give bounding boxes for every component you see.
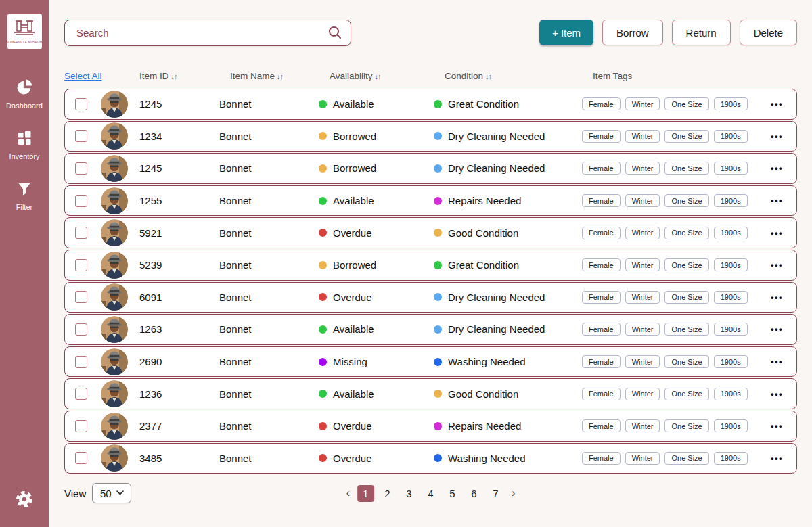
availability-dot [319, 261, 327, 269]
sidebar-item-filter[interactable]: Filter [0, 179, 49, 211]
item-tag: Winter [625, 194, 660, 207]
condition-cell: Good Condition [434, 388, 582, 400]
page-button-5[interactable]: 5 [444, 485, 461, 502]
row-checkbox[interactable] [75, 356, 87, 368]
condition-label: Great Condition [448, 98, 519, 110]
add-item-button[interactable]: + Item [539, 20, 593, 45]
row-menu-button[interactable]: ••• [757, 453, 796, 463]
condition-cell: Repairs Needed [434, 195, 582, 206]
condition-label: Repairs Needed [448, 420, 521, 432]
item-id: 1263 [128, 323, 219, 335]
row-menu-button[interactable]: ••• [757, 421, 796, 431]
row-checkbox[interactable] [75, 323, 87, 336]
condition-dot [434, 358, 442, 366]
condition-label: Dry Cleaning Needed [448, 292, 545, 303]
page-button-4[interactable]: 4 [422, 485, 439, 502]
row-menu-button[interactable]: ••• [757, 99, 796, 109]
app-logo[interactable]: SOMERVILLE MUSEUM [7, 14, 42, 49]
sidebar-item-label: Inventory [9, 152, 39, 160]
condition-dot [434, 132, 442, 140]
row-checkbox[interactable] [75, 162, 87, 175]
row-menu-button[interactable]: ••• [757, 196, 796, 206]
item-id: 5921 [128, 227, 219, 239]
sidebar-item-dashboard[interactable]: Dashboard [0, 77, 49, 110]
condition-dot [434, 197, 442, 205]
row-menu-button[interactable]: ••• [757, 131, 796, 141]
delete-button[interactable]: Delete [740, 20, 797, 45]
condition-dot [434, 164, 442, 173]
item-tag: Female [582, 130, 621, 143]
availability-cell: Missing [319, 356, 434, 367]
availability-dot [319, 164, 327, 173]
page-button-1[interactable]: 1 [357, 485, 374, 502]
column-header-availability[interactable]: Availability↓↑ [330, 71, 445, 81]
page-size-select[interactable]: 50 [92, 483, 131, 503]
item-avatar [101, 413, 128, 440]
table-row: 1245 Bonnet Available Great Condition Fe… [64, 89, 797, 120]
view-label: View [64, 488, 86, 499]
search-icon[interactable] [328, 25, 342, 43]
availability-cell: Overdue [319, 227, 434, 239]
page-button-2[interactable]: 2 [379, 485, 396, 502]
availability-cell: Overdue [319, 420, 434, 432]
row-menu-button[interactable]: ••• [757, 324, 796, 334]
toolbar: + Item Borrow Return Delete [64, 20, 797, 46]
row-checkbox[interactable] [75, 130, 87, 142]
row-checkbox[interactable] [75, 98, 87, 110]
condition-dot [434, 422, 442, 430]
prev-page-button[interactable]: ‹ [344, 487, 353, 499]
availability-label: Borrowed [333, 162, 376, 174]
item-tag: Female [582, 452, 621, 465]
museum-building-icon [13, 20, 36, 40]
footer: View 50 ‹ 1234567 › [64, 482, 797, 505]
row-checkbox[interactable] [75, 227, 87, 239]
table-row: 1234 Bonnet Borrowed Dry Cleaning Needed… [64, 121, 797, 152]
next-page-button[interactable]: › [509, 487, 518, 499]
row-menu-button[interactable]: ••• [757, 228, 796, 238]
page-button-6[interactable]: 6 [466, 485, 482, 502]
item-tag: One Size [664, 97, 708, 110]
condition-label: Dry Cleaning Needed [448, 323, 545, 335]
condition-cell: Dry Cleaning Needed [434, 162, 582, 174]
row-checkbox[interactable] [75, 452, 87, 464]
item-name: Bonnet [219, 98, 319, 110]
tag-list: FemaleWinterOne Size1900s [582, 97, 757, 110]
column-header-item-name[interactable]: Item Name↓↑ [230, 71, 330, 81]
sidebar-item-inventory[interactable]: Inventory [0, 128, 49, 160]
row-checkbox[interactable] [75, 291, 87, 303]
item-name: Bonnet [219, 388, 319, 400]
page-button-7[interactable]: 7 [487, 485, 504, 502]
availability-label: Overdue [333, 292, 372, 303]
settings-button[interactable] [0, 489, 49, 512]
page-button-3[interactable]: 3 [401, 485, 418, 502]
row-menu-button[interactable]: ••• [757, 163, 796, 173]
item-tag: 1900s [714, 419, 748, 432]
availability-dot [319, 390, 327, 398]
select-all-link[interactable]: Select All [64, 71, 102, 81]
tag-list: FemaleWinterOne Size1900s [582, 258, 757, 271]
column-header-condition[interactable]: Condition↓↑ [445, 71, 593, 81]
borrow-button[interactable]: Borrow [602, 20, 663, 45]
item-id: 6091 [128, 292, 219, 303]
chevron-down-icon [116, 490, 124, 497]
column-header-item-id[interactable]: Item ID↓↑ [139, 71, 230, 81]
condition-cell: Great Condition [434, 259, 582, 271]
row-checkbox[interactable] [75, 195, 87, 207]
search-input[interactable] [64, 20, 351, 46]
row-checkbox[interactable] [75, 420, 87, 432]
row-menu-button[interactable]: ••• [757, 292, 796, 302]
availability-cell: Overdue [319, 292, 434, 303]
row-checkbox[interactable] [75, 388, 87, 400]
sidebar-item-label: Dashboard [6, 101, 43, 110]
tag-list: FemaleWinterOne Size1900s [582, 388, 757, 400]
table-row: 5921 Bonnet Overdue Good Condition Femal… [64, 217, 797, 248]
item-id: 3485 [128, 453, 219, 464]
row-menu-button[interactable]: ••• [757, 357, 796, 367]
row-checkbox[interactable] [75, 259, 87, 271]
row-menu-button[interactable]: ••• [757, 389, 796, 399]
item-tag: Female [582, 227, 621, 239]
return-button[interactable]: Return [672, 20, 731, 45]
page-size-value: 50 [100, 488, 112, 499]
item-id: 5239 [128, 259, 219, 271]
row-menu-button[interactable]: ••• [757, 260, 796, 270]
